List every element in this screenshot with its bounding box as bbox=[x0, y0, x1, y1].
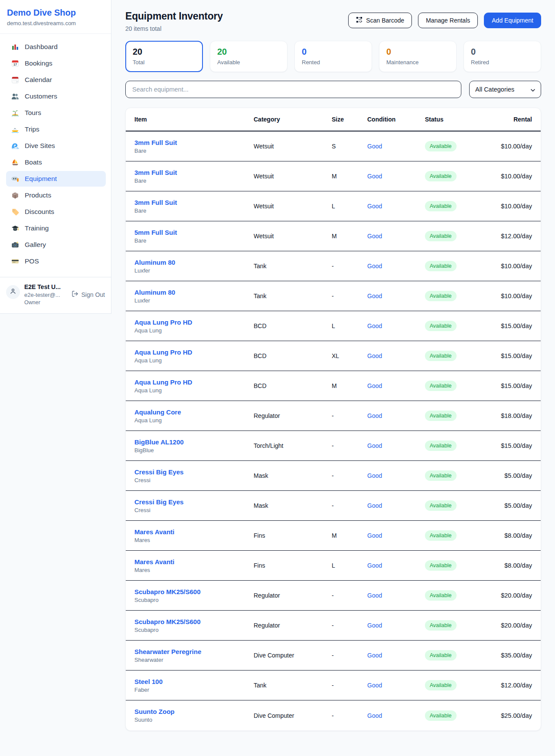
sidebar-item-dive-sites[interactable]: Dive Sites bbox=[6, 138, 106, 154]
item-condition-link[interactable]: Good bbox=[367, 442, 425, 449]
add-equipment-button[interactable]: Add Equipment bbox=[484, 13, 541, 28]
sidebar-item-equipment[interactable]: Equipment bbox=[6, 171, 106, 187]
item-brand: Bare bbox=[134, 177, 254, 184]
item-name-link[interactable]: 3mm Full Suit bbox=[134, 139, 254, 146]
add-equipment-label: Add Equipment bbox=[492, 17, 533, 24]
item-brand: Bare bbox=[134, 207, 254, 214]
item-size: - bbox=[332, 263, 367, 270]
item-condition-link[interactable]: Good bbox=[367, 592, 425, 599]
item-name-link[interactable]: Scubapro MK25/S600 bbox=[134, 618, 254, 625]
item-name-link[interactable]: Scubapro MK25/S600 bbox=[134, 588, 254, 595]
item-name-link[interactable]: 5mm Full Suit bbox=[134, 229, 254, 236]
user-icon bbox=[9, 287, 17, 297]
item-rental-rate: $15.00/day bbox=[480, 322, 532, 329]
item-category: Wetsuit bbox=[254, 173, 332, 180]
status-badge: Available bbox=[425, 231, 457, 241]
item-condition-link[interactable]: Good bbox=[367, 382, 425, 389]
item-condition-link[interactable]: Good bbox=[367, 322, 425, 329]
search-input[interactable] bbox=[125, 81, 461, 98]
item-rental-rate: $20.00/day bbox=[480, 592, 532, 599]
item-condition-link[interactable]: Good bbox=[367, 263, 425, 270]
item-name-link[interactable]: BigBlue AL1200 bbox=[134, 438, 254, 446]
item-name-link[interactable]: Suunto Zoop bbox=[134, 708, 254, 715]
item-condition-link[interactable]: Good bbox=[367, 502, 425, 509]
item-category: Tank bbox=[254, 682, 332, 689]
sidebar-item-calendar[interactable]: Calendar bbox=[6, 72, 106, 88]
stat-label: Total bbox=[133, 59, 196, 66]
status-badge: Available bbox=[425, 530, 457, 541]
item-condition-link[interactable]: Good bbox=[367, 412, 425, 419]
sidebar-item-tours[interactable]: Tours bbox=[6, 105, 106, 121]
stat-card-maintenance[interactable]: 0 Maintenance bbox=[379, 41, 457, 72]
item-name-link[interactable]: Shearwater Peregrine bbox=[134, 648, 254, 655]
item-category: Wetsuit bbox=[254, 233, 332, 240]
item-size: S bbox=[332, 143, 367, 150]
stat-card-available[interactable]: 20 Available bbox=[210, 41, 287, 72]
item-condition-link[interactable]: Good bbox=[367, 173, 425, 180]
item-condition-link[interactable]: Good bbox=[367, 682, 425, 689]
item-name-link[interactable]: Aluminum 80 bbox=[134, 289, 254, 296]
status-badge: Available bbox=[425, 650, 457, 661]
item-name-link[interactable]: Aqualung Core bbox=[134, 408, 254, 416]
item-name-link[interactable]: 3mm Full Suit bbox=[134, 199, 254, 206]
item-condition-link[interactable]: Good bbox=[367, 532, 425, 539]
sidebar-item-bookings[interactable]: 17 Bookings bbox=[6, 56, 106, 71]
sidebar-item-customers[interactable]: Customers bbox=[6, 89, 106, 104]
sign-out-button[interactable]: Sign Out bbox=[72, 290, 105, 299]
item-name-link[interactable]: Aqua Lung Pro HD bbox=[134, 378, 254, 386]
item-name-link[interactable]: Aluminum 80 bbox=[134, 259, 254, 266]
item-condition-link[interactable]: Good bbox=[367, 652, 425, 659]
item-brand: Suunto bbox=[134, 717, 254, 723]
sidebar-item-dashboard[interactable]: Dashboard bbox=[6, 39, 106, 55]
stat-card-rented[interactable]: 0 Rented bbox=[294, 41, 372, 72]
table-row: Mares Avanti Mares Fins M Good Available… bbox=[126, 521, 541, 551]
item-condition-link[interactable]: Good bbox=[367, 233, 425, 240]
table-row: 3mm Full Suit Bare Wetsuit M Good Availa… bbox=[126, 161, 541, 191]
package-icon bbox=[11, 191, 19, 199]
item-condition-link[interactable]: Good bbox=[367, 712, 425, 719]
item-category: BCD bbox=[254, 322, 332, 329]
stat-card-retired[interactable]: 0 Retired bbox=[464, 41, 541, 72]
category-select[interactable]: All Categories bbox=[469, 81, 541, 98]
item-name-link[interactable]: Aqua Lung Pro HD bbox=[134, 348, 254, 356]
stat-card-total[interactable]: 20 Total bbox=[125, 41, 203, 72]
scan-barcode-button[interactable]: Scan Barcode bbox=[348, 13, 412, 28]
item-rental-rate: $8.00/day bbox=[480, 562, 532, 569]
item-name-link[interactable]: Aqua Lung Pro HD bbox=[134, 319, 254, 326]
column-header-category: Category bbox=[254, 116, 332, 123]
stat-value: 20 bbox=[217, 47, 280, 56]
sidebar-item-gallery[interactable]: Gallery bbox=[6, 237, 106, 253]
item-category: Tank bbox=[254, 263, 332, 270]
item-name-link[interactable]: 3mm Full Suit bbox=[134, 169, 254, 176]
stat-label: Available bbox=[217, 59, 280, 66]
item-size: - bbox=[332, 592, 367, 599]
item-name-link[interactable]: Cressi Big Eyes bbox=[134, 468, 254, 476]
item-condition-link[interactable]: Good bbox=[367, 622, 425, 629]
sidebar-item-discounts[interactable]: Discounts bbox=[6, 204, 106, 220]
sidebar-item-training[interactable]: Training bbox=[6, 220, 106, 236]
item-condition-link[interactable]: Good bbox=[367, 472, 425, 479]
status-badge: Available bbox=[425, 470, 457, 481]
stat-value: 0 bbox=[471, 47, 534, 56]
sidebar-item-label: Tours bbox=[25, 109, 41, 117]
item-condition-link[interactable]: Good bbox=[367, 562, 425, 569]
sidebar-item-products[interactable]: Products bbox=[6, 187, 106, 203]
item-condition-link[interactable]: Good bbox=[367, 293, 425, 299]
item-brand: Scubapro bbox=[134, 597, 254, 603]
item-name-link[interactable]: Mares Avanti bbox=[134, 558, 254, 565]
manage-rentals-button[interactable]: Manage Rentals bbox=[418, 13, 478, 28]
item-name-link[interactable]: Cressi Big Eyes bbox=[134, 498, 254, 506]
stats-row: 20 Total 20 Available 0 Rented 0 Mainten… bbox=[125, 41, 541, 72]
item-condition-link[interactable]: Good bbox=[367, 203, 425, 210]
sidebar-item-pos[interactable]: POS bbox=[6, 253, 106, 269]
item-brand: Bare bbox=[134, 148, 254, 154]
item-category: Dive Computer bbox=[254, 712, 332, 719]
item-name-link[interactable]: Steel 100 bbox=[134, 678, 254, 685]
item-name-link[interactable]: Mares Avanti bbox=[134, 528, 254, 536]
sidebar-item-trips[interactable]: Trips bbox=[6, 122, 106, 137]
items-count: 20 items total bbox=[125, 25, 223, 32]
sidebar-item-boats[interactable]: Boats bbox=[6, 154, 106, 170]
item-condition-link[interactable]: Good bbox=[367, 352, 425, 359]
item-condition-link[interactable]: Good bbox=[367, 143, 425, 150]
table-row: 3mm Full Suit Bare Wetsuit L Good Availa… bbox=[126, 191, 541, 221]
